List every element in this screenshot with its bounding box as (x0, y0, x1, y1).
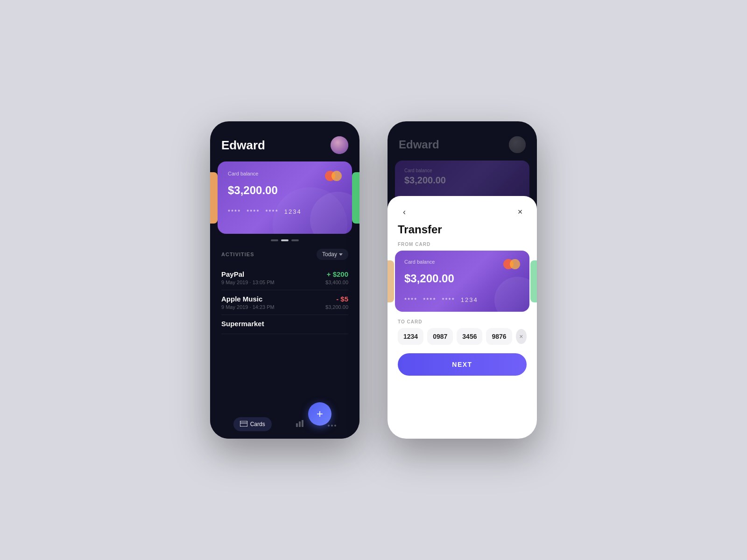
svg-rect-3 (299, 421, 301, 427)
carousel-dots (210, 239, 359, 241)
nav-more[interactable] (328, 420, 336, 428)
bottom-nav: Cards + (210, 413, 359, 439)
avatar (331, 136, 348, 154)
from-card-area: Card balance $3,200.00 **** **** **** 12… (388, 251, 537, 312)
card-top-row: Card balance (228, 171, 342, 181)
chevron-down-icon (339, 253, 343, 256)
bg-card-amount: $3,200.00 (404, 175, 520, 186)
activities-header: ACTIVITIES Today (210, 245, 359, 266)
to-card-number-row: 1234 0987 3456 9876 × (398, 328, 527, 345)
phone2-title: Edward (399, 138, 439, 151)
svg-rect-1 (240, 422, 247, 424)
sheet-card-amount: $3,200.00 (404, 272, 520, 285)
bar-chart-icon (296, 420, 304, 429)
avatar2 (509, 136, 526, 153)
activity-date: 9 May 2019 · 13:05 PM (221, 280, 275, 285)
mastercard-icon (325, 171, 342, 181)
table-row[interactable]: Supermarket (221, 315, 348, 334)
card-number-2: **** (247, 208, 260, 215)
svg-point-5 (328, 425, 330, 427)
next-button[interactable]: NEXT (398, 353, 527, 376)
close-button[interactable]: × (514, 205, 527, 218)
activities-label: ACTIVITIES (221, 252, 254, 257)
to-card-num-4[interactable]: 9876 (486, 328, 512, 345)
sheet-card-balance-label: Card balance (404, 259, 435, 265)
phone-2: Edward Card balance $3,200.00 ‹ × Transf… (388, 121, 537, 439)
svg-point-7 (334, 425, 336, 427)
activity-name: Supermarket (221, 320, 264, 328)
card-amount: $3,200.00 (228, 184, 342, 197)
phone1-title: Edward (221, 138, 265, 153)
sheet-card-number-row: **** **** **** 1234 (404, 296, 520, 303)
activity-list: PayPal + $200 9 May 2019 · 13:05 PM $3,4… (210, 266, 359, 413)
activity-date: 9 May 2019 · 14:23 PM (221, 304, 275, 310)
card-number-1: **** (228, 208, 241, 215)
dot-3[interactable] (291, 239, 299, 241)
avatar-image (331, 136, 348, 154)
table-row[interactable]: PayPal + $200 9 May 2019 · 13:05 PM $3,4… (221, 266, 348, 290)
credit-card[interactable]: Card balance $3,200.00 **** **** **** 12… (218, 161, 352, 234)
card-number-4: 1234 (284, 208, 302, 215)
svg-rect-4 (302, 420, 303, 427)
sheet-card-bg-left (388, 260, 394, 302)
mc-circle-right (331, 171, 342, 181)
nav-cards[interactable]: Cards (233, 417, 272, 431)
to-card-label: TO CARD (398, 319, 527, 328)
card-bg-left (210, 172, 218, 224)
table-row[interactable]: Apple Music - $5 9 May 2019 · 14:23 PM $… (221, 290, 348, 315)
sheet-header: ‹ × (388, 196, 537, 223)
to-card-num-2[interactable]: 0987 (427, 328, 453, 345)
card-bg-right (352, 172, 359, 224)
card-icon (240, 420, 247, 428)
card-number-row: **** **** **** 1234 (228, 208, 342, 215)
card-number-3: **** (266, 208, 279, 215)
svg-rect-2 (296, 423, 298, 427)
more-dots-icon (328, 420, 336, 428)
to-card-num-3[interactable]: 3456 (457, 328, 482, 345)
sheet-card-num-3: **** (442, 296, 455, 303)
to-card-section: TO CARD 1234 0987 3456 9876 × (388, 319, 537, 345)
back-button[interactable]: ‹ (398, 205, 411, 218)
to-card-num-1[interactable]: 1234 (398, 328, 423, 345)
from-credit-card[interactable]: Card balance $3,200.00 **** **** **** 12… (395, 251, 529, 312)
bg-card-label: Card balance (404, 168, 520, 173)
phone2-header: Edward (388, 121, 537, 161)
sheet-title: Transfer (388, 223, 537, 242)
activity-balance: $3,200.00 (325, 304, 348, 310)
sheet-card-num-4: 1234 (461, 296, 478, 303)
sheet-card-bg-right (530, 260, 537, 302)
mc-right (510, 259, 520, 269)
dot-1[interactable] (271, 239, 278, 241)
from-card-label: FROM CARD (388, 242, 537, 251)
activity-amount: - $5 (336, 295, 348, 303)
nav-cards-label: Cards (250, 421, 265, 427)
transfer-sheet: ‹ × Transfer FROM CARD Card balance $3,2… (388, 196, 537, 439)
phone-1: Edward Card balance $3,200.00 **** **** … (210, 121, 359, 439)
clear-button[interactable]: × (516, 329, 527, 344)
activity-name: Apple Music (221, 295, 262, 303)
card-balance-label: Card balance (228, 171, 258, 176)
phone1-header: Edward (210, 121, 359, 161)
svg-point-6 (331, 425, 333, 427)
sheet-mastercard-icon (503, 259, 520, 269)
nav-stats[interactable] (296, 420, 304, 429)
sheet-card-num-1: **** (404, 296, 417, 303)
card-carousel: Card balance $3,200.00 **** **** **** 12… (210, 161, 359, 234)
activity-name: PayPal (221, 270, 244, 278)
dot-2[interactable] (281, 239, 289, 241)
sheet-card-num-2: **** (423, 296, 436, 303)
fab-add-button[interactable]: + (308, 402, 331, 426)
activity-balance: $3,400.00 (325, 280, 348, 285)
today-button[interactable]: Today (317, 249, 348, 260)
activity-amount: + $200 (327, 270, 348, 278)
